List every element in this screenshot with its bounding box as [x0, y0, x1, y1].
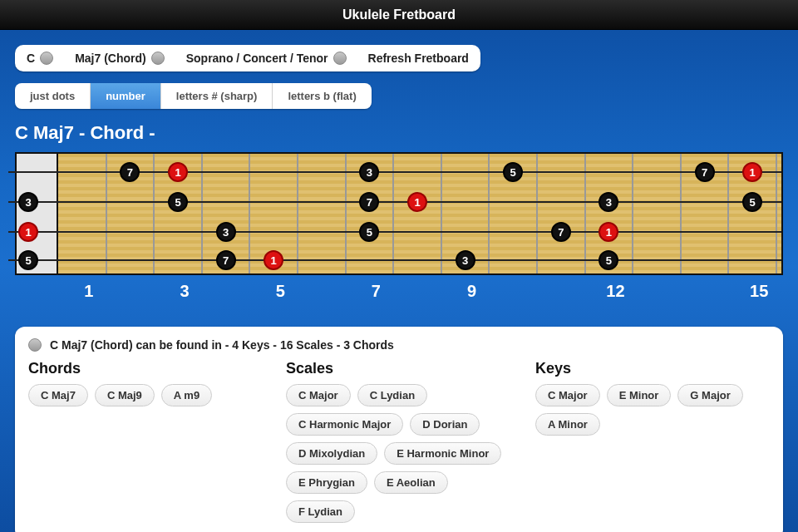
scale-chip[interactable]: E Phrygian	[286, 471, 367, 494]
fret-note[interactable]: 7	[359, 192, 379, 212]
chord-selector[interactable]: Maj7 (Chord)	[70, 49, 170, 67]
fret-note[interactable]: 1	[264, 250, 283, 270]
fret-note[interactable]: 5	[742, 192, 762, 212]
string-3	[8, 231, 781, 233]
fret-number: 7	[372, 282, 381, 301]
scale-chip[interactable]: C Major	[286, 384, 351, 406]
dropdown-icon	[151, 52, 165, 65]
chord-selector-label: Maj7 (Chord)	[75, 52, 146, 65]
chord-chip[interactable]: C Maj7	[28, 384, 88, 406]
fret-note[interactable]: 5	[18, 250, 38, 270]
dropdown-icon	[333, 52, 347, 65]
keys-list: C MajorE MinorG MajorA Minor	[535, 384, 770, 436]
chord-title: C Maj7 - Chord -	[15, 122, 783, 144]
fret-note[interactable]: 7	[695, 162, 715, 182]
fret-note[interactable]: 1	[742, 162, 762, 182]
refresh-button[interactable]: Refresh Fretboard	[363, 49, 474, 67]
fret-note[interactable]: 5	[168, 192, 188, 212]
fret-note[interactable]: 3	[359, 162, 379, 182]
key-chip[interactable]: G Major	[677, 384, 742, 406]
chords-heading: Chords	[28, 360, 269, 377]
fret-number: 12	[606, 282, 624, 301]
title-bar: Ukulele Fretboard	[0, 0, 798, 30]
chords-list: C Maj7C Maj9A m9	[28, 384, 269, 406]
dropdown-icon	[40, 52, 53, 65]
fret-note[interactable]: 5	[359, 222, 379, 242]
related-panel: C Maj7 (Chord) can be found in - 4 Keys …	[15, 327, 783, 532]
chord-chip[interactable]: A m9	[161, 384, 212, 406]
fret-note[interactable]: 3	[456, 250, 475, 270]
scale-chip[interactable]: E Aeolian	[374, 471, 448, 494]
tuning-selector[interactable]: Soprano / Concert / Tenor	[181, 49, 352, 67]
frets-area: 5137153713751357513715	[58, 154, 781, 273]
fret-note[interactable]: 3	[18, 192, 38, 212]
key-selector-label: C	[27, 52, 35, 65]
fret-number: 5	[276, 282, 285, 301]
key-chip[interactable]: E Minor	[607, 384, 672, 406]
key-selector[interactable]: C	[22, 49, 58, 67]
fret-note[interactable]: 1	[18, 222, 38, 242]
fret-number: 15	[750, 282, 768, 301]
fret-note[interactable]: 7	[216, 250, 236, 270]
app-title: Ukulele Fretboard	[342, 7, 456, 22]
fret-numbers: 135791215	[15, 282, 783, 303]
fretboard[interactable]: 5137153713751357513715	[15, 152, 783, 275]
scale-chip[interactable]: E Harmonic Minor	[384, 442, 501, 465]
fret-note[interactable]: 3	[216, 222, 236, 242]
view-mode-segmented: just dotsnumberletters # (sharp)letters …	[15, 83, 372, 109]
view-mode-just-dots[interactable]: just dots	[15, 83, 91, 109]
fret-number: 1	[84, 282, 93, 301]
scale-chip[interactable]: C Harmonic Major	[286, 413, 403, 436]
fret-number: 3	[180, 282, 189, 301]
selector-bar: C Maj7 (Chord) Soprano / Concert / Tenor…	[15, 45, 480, 71]
fret-note[interactable]: 7	[551, 222, 571, 242]
scales-list: C MajorC LydianC Harmonic MajorD DorianD…	[286, 384, 519, 523]
scale-chip[interactable]: F Lydian	[286, 500, 355, 523]
fret-note[interactable]: 1	[598, 222, 618, 242]
scale-chip[interactable]: D Mixolydian	[286, 442, 377, 465]
fret-note[interactable]: 1	[168, 162, 188, 182]
fret-note[interactable]: 5	[503, 162, 523, 182]
view-mode-letters-b-flat-[interactable]: letters b (flat)	[273, 83, 371, 109]
scale-chip[interactable]: D Dorian	[410, 413, 480, 436]
fret-note[interactable]: 3	[598, 192, 618, 212]
related-summary-row[interactable]: C Maj7 (Chord) can be found in - 4 Keys …	[28, 338, 770, 352]
fret-note[interactable]: 5	[598, 250, 618, 270]
scales-heading: Scales	[286, 360, 519, 377]
view-mode-letters-sharp-[interactable]: letters # (sharp)	[161, 83, 273, 109]
string-2	[8, 201, 781, 203]
refresh-label: Refresh Fretboard	[368, 52, 469, 65]
expand-icon	[28, 338, 42, 352]
fret-number: 9	[467, 282, 476, 301]
string-4	[8, 259, 781, 261]
view-mode-number[interactable]: number	[91, 83, 161, 109]
fret-note[interactable]: 7	[120, 162, 140, 182]
key-chip[interactable]: C Major	[535, 384, 600, 406]
chord-chip[interactable]: C Maj9	[95, 384, 155, 406]
fret-note[interactable]: 1	[407, 192, 427, 212]
keys-heading: Keys	[535, 360, 770, 377]
key-chip[interactable]: A Minor	[535, 413, 600, 436]
scale-chip[interactable]: C Lydian	[357, 384, 427, 406]
tuning-selector-label: Soprano / Concert / Tenor	[186, 52, 328, 65]
related-summary: C Maj7 (Chord) can be found in - 4 Keys …	[50, 338, 394, 352]
